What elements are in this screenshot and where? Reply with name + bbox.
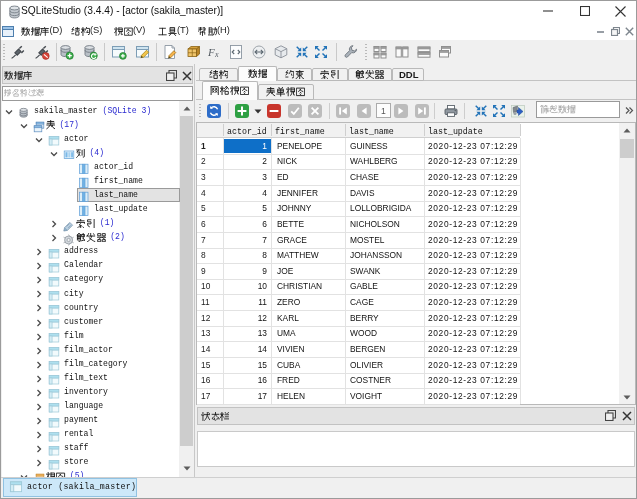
svg-text:F: F <box>207 46 215 58</box>
svg-text:x: x <box>214 50 219 59</box>
